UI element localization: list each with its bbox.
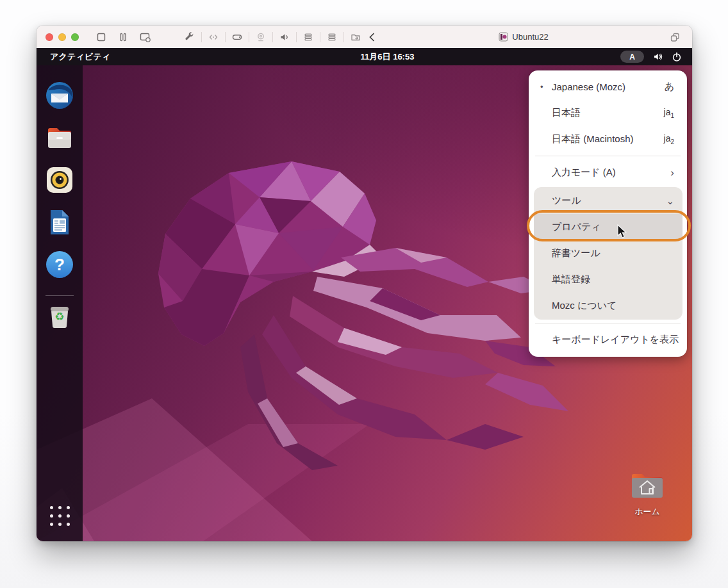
menu-divider: [535, 156, 681, 156]
menu-item-japanese-mozc[interactable]: • Japanese (Mozc) あ: [529, 74, 687, 100]
menu-item-nihongo-macintosh[interactable]: 日本語 (Macintosh) ja2: [529, 126, 687, 152]
menu-item-label: 辞書ツール: [552, 247, 674, 259]
volume-icon[interactable]: [652, 51, 663, 62]
menu-item-label: 単語登録: [552, 274, 674, 286]
power-icon[interactable]: [672, 52, 682, 62]
layout-badge: ja1: [664, 107, 674, 119]
mouse-cursor-icon: [616, 224, 628, 240]
dock-separator: [46, 295, 74, 296]
thunderbird-icon: [46, 81, 74, 110]
vm-window: Ubuntu22 アクティビティ 11月6日 16:53 A: [37, 26, 692, 541]
menu-item-label: 日本語: [552, 107, 664, 119]
menu-item-word-register[interactable]: 単語登録: [534, 266, 682, 293]
camera-icon[interactable]: [252, 29, 269, 45]
minimize-button[interactable]: [58, 33, 66, 41]
window-title-text: Ubuntu22: [512, 32, 548, 42]
menu-item-properties[interactable]: プロパティ: [534, 214, 682, 240]
mozc-input-menu: • Japanese (Mozc) あ 日本語 ja1 日本語 (Macinto…: [529, 70, 687, 357]
home-folder-icon: [630, 470, 665, 500]
dock-item-files[interactable]: [46, 124, 74, 152]
hiragana-mode-glyph: あ: [665, 81, 674, 93]
menu-item-show-keyboard-layout[interactable]: キーボードレイアウトを表示: [529, 327, 687, 353]
dock: ? ♻: [37, 65, 83, 541]
status-area: A: [620, 48, 682, 65]
titlebar: Ubuntu22: [37, 26, 692, 48]
menu-item-label: 入力モード (A): [552, 167, 670, 179]
desktop: ホーム: [37, 65, 692, 541]
menu-item-dictionary-tool[interactable]: 辞書ツール: [534, 240, 682, 266]
home-folder-label: ホーム: [622, 506, 673, 518]
dock-item-rhythmbox[interactable]: [46, 166, 74, 194]
app-grid-button[interactable]: [50, 506, 70, 526]
menu-item-label: Japanese (Mozc): [552, 81, 665, 92]
drive-icon[interactable]: [229, 29, 245, 45]
dock-item-help[interactable]: ?: [46, 250, 74, 279]
selected-bullet-icon: •: [540, 82, 543, 92]
layout-badge: ja2: [664, 133, 674, 145]
menu-item-label: ツール: [552, 195, 666, 207]
menu-item-nihongo[interactable]: 日本語 ja1: [529, 100, 687, 126]
menu-item-label: キーボードレイアウトを表示: [552, 334, 679, 346]
menu-item-label: プロパティ: [552, 221, 674, 233]
code-console-icon[interactable]: [205, 29, 222, 45]
tools-submenu-group: ツール ⌄ プロパティ 辞書ツール 単語登録 Mozc について: [534, 187, 682, 320]
stop-square-icon[interactable]: [93, 29, 110, 45]
menu-item-label: 日本語 (Macintosh): [552, 133, 664, 145]
close-button[interactable]: [46, 33, 53, 41]
help-icon: ?: [46, 251, 73, 278]
disk-stack-icon[interactable]: [300, 29, 317, 45]
maximize-button[interactable]: [71, 33, 79, 41]
gnome-topbar: アクティビティ 11月6日 16:53 A: [37, 48, 692, 65]
menu-divider: [535, 323, 681, 323]
input-method-badge[interactable]: A: [620, 51, 644, 63]
dock-item-thunderbird[interactable]: [46, 81, 74, 110]
menu-item-input-mode[interactable]: 入力モード (A) ›: [529, 159, 687, 186]
wrench-icon[interactable]: [181, 29, 198, 45]
vm-screen: アクティビティ 11月6日 16:53 A: [37, 48, 692, 541]
dock-item-trash[interactable]: ♻: [46, 303, 74, 331]
pause-icon[interactable]: [115, 29, 131, 45]
menu-item-about-mozc[interactable]: Mozc について: [534, 293, 682, 319]
speaker-icon[interactable]: [276, 29, 293, 45]
menu-item-label: Mozc について: [552, 300, 674, 312]
vm-document-icon: [499, 32, 508, 42]
display-capture-icon[interactable]: [136, 29, 153, 45]
chevron-right-icon: ›: [670, 167, 674, 178]
activities-button[interactable]: アクティビティ: [50, 51, 111, 63]
rhythmbox-icon: [46, 166, 74, 194]
menu-item-tools[interactable]: ツール ⌄: [534, 188, 682, 214]
back-chevron-icon[interactable]: [364, 29, 381, 45]
chevron-down-icon: ⌄: [666, 196, 674, 206]
files-icon: [46, 124, 74, 152]
recycle-glyph: ♻: [46, 311, 74, 322]
clock[interactable]: 11月6日 16:53: [83, 51, 692, 63]
libreoffice-writer-icon: [46, 208, 74, 236]
home-folder[interactable]: ホーム: [622, 470, 673, 518]
disk-stack2-icon[interactable]: [324, 29, 340, 45]
dock-item-libreoffice-writer[interactable]: [46, 208, 74, 236]
shared-folder-icon[interactable]: [347, 29, 364, 45]
window-controls: [46, 33, 79, 41]
vm-power-controls: [93, 29, 153, 45]
copy-windows-icon[interactable]: [666, 29, 683, 45]
vm-toolbar: [181, 29, 381, 45]
window-title: Ubuntu22: [482, 26, 565, 48]
